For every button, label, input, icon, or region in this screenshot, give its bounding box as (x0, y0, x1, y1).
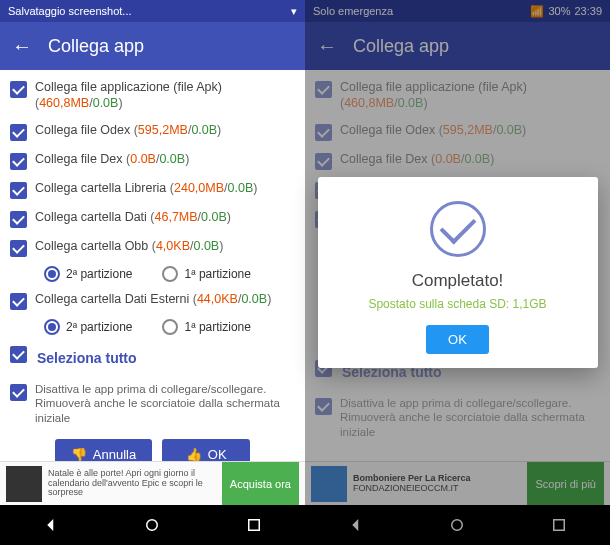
ok-button[interactable]: 👍OK (162, 439, 250, 461)
item-label: Collega cartella Libreria (240,0MB/0.0B) (35, 180, 295, 196)
status-bar: Salvataggio screenshot... ▾ (0, 0, 305, 22)
ad-text: Natale è alle porte! Apri ogni giorno il… (48, 469, 216, 499)
dialog-ok-button[interactable]: OK (426, 325, 489, 354)
list-item[interactable]: Collega cartella Libreria (240,0MB/0.0B) (8, 175, 297, 204)
list-item[interactable]: Collega cartella Obb (4,0KB/0.0B) (8, 233, 297, 262)
dialog-title: Completato! (334, 271, 582, 291)
list-item[interactable]: Collega cartella Dati Esterni (44,0KB/0.… (8, 286, 297, 315)
list-item[interactable]: Collega file applicazione (file Apk) (46… (8, 74, 297, 117)
nav-bar (0, 505, 305, 545)
item-label: Collega cartella Dati (46,7MB/0.0B) (35, 209, 295, 225)
partition-row: 2ª partizione 1ª partizione (8, 315, 297, 339)
back-icon[interactable]: ← (12, 35, 32, 58)
ad-banner[interactable]: Natale è alle porte! Apri ogni giorno il… (0, 461, 305, 505)
radio-1st[interactable]: 1ª partizione (162, 319, 250, 335)
app-bar: ← Collega app (0, 22, 305, 70)
radio-icon (44, 266, 60, 282)
checkbox-icon[interactable] (10, 346, 27, 363)
content: Collega file applicazione (file Apk) (46… (0, 70, 305, 461)
ad-cta[interactable]: Acquista ora (222, 462, 299, 505)
status-icons: ▾ (291, 5, 297, 18)
checkbox-icon[interactable] (10, 182, 27, 199)
checkbox-icon[interactable] (10, 124, 27, 141)
radio-2nd[interactable]: 2ª partizione (44, 266, 132, 282)
radio-1st[interactable]: 1ª partizione (162, 266, 250, 282)
radio-icon (162, 319, 178, 335)
nav-recent-icon[interactable] (244, 515, 264, 535)
item-label: Collega file Dex (0.0B/0.0B) (35, 151, 295, 167)
radio-2nd[interactable]: 2ª partizione (44, 319, 132, 335)
button-row: 👎Annulla 👍OK (8, 431, 297, 461)
radio-icon (162, 266, 178, 282)
item-label: Collega file applicazione (file Apk) (46… (35, 79, 295, 112)
select-all[interactable]: Seleziona tutto (8, 339, 297, 377)
cancel-button[interactable]: 👎Annulla (55, 439, 152, 461)
completion-dialog: Completato! Spostato sulla scheda SD: 1,… (318, 177, 598, 368)
note-row[interactable]: Disattiva le app prima di collegare/scol… (8, 377, 297, 432)
nav-back-icon[interactable] (41, 515, 61, 535)
radio-icon (44, 319, 60, 335)
status-text: Salvataggio screenshot... (8, 5, 132, 17)
screen-left: Salvataggio screenshot... ▾ ← Collega ap… (0, 0, 305, 545)
check-circle-icon (430, 201, 486, 257)
dialog-overlay: Completato! Spostato sulla scheda SD: 1,… (305, 0, 610, 545)
thumbs-up-icon: 👍 (186, 447, 202, 461)
screen-right: Solo emergenza 📶 30% 23:39 ← Collega app… (305, 0, 610, 545)
svg-rect-1 (249, 520, 260, 531)
partition-row: 2ª partizione 1ª partizione (8, 262, 297, 286)
list-item[interactable]: Collega cartella Dati (46,7MB/0.0B) (8, 204, 297, 233)
item-label: Collega file Odex (595,2MB/0.0B) (35, 122, 295, 138)
checkbox-icon[interactable] (10, 211, 27, 228)
item-label: Collega cartella Dati Esterni (44,0KB/0.… (35, 291, 295, 307)
checkbox-icon[interactable] (10, 81, 27, 98)
ad-image (6, 466, 42, 502)
app-title: Collega app (48, 36, 144, 57)
thumbs-down-icon: 👎 (71, 447, 87, 461)
checkbox-icon[interactable] (10, 293, 27, 310)
nav-home-icon[interactable] (142, 515, 162, 535)
svg-point-0 (147, 520, 158, 531)
checkbox-icon[interactable] (10, 384, 27, 401)
checkbox-icon[interactable] (10, 153, 27, 170)
list-item[interactable]: Collega file Dex (0.0B/0.0B) (8, 146, 297, 175)
list-item[interactable]: Collega file Odex (595,2MB/0.0B) (8, 117, 297, 146)
item-label: Collega cartella Obb (4,0KB/0.0B) (35, 238, 295, 254)
dialog-subtitle: Spostato sulla scheda SD: 1,1GB (334, 297, 582, 311)
checkbox-icon[interactable] (10, 240, 27, 257)
